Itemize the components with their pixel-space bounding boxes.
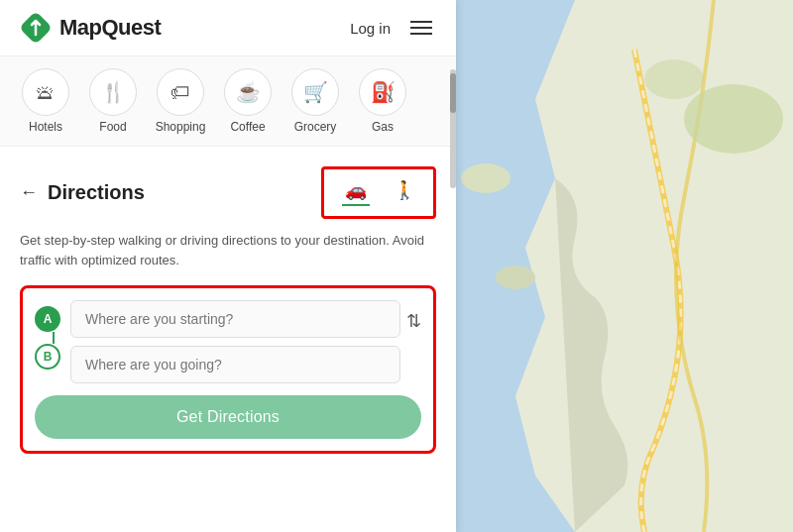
login-button[interactable]: Log in xyxy=(350,20,391,37)
hamburger-line-2 xyxy=(410,27,432,29)
category-shopping[interactable]: 🏷 Shopping xyxy=(151,68,210,134)
get-directions-button[interactable]: Get Directions xyxy=(35,395,421,439)
map-area[interactable] xyxy=(456,0,793,532)
gas-icon: ⛽ xyxy=(359,68,406,116)
category-food[interactable]: 🍴 Food xyxy=(83,68,143,134)
waypoint-a-marker: A xyxy=(35,306,60,332)
car-mode-button[interactable]: 🚗 xyxy=(332,175,380,210)
logo-area: MapQuest xyxy=(20,12,350,44)
hamburger-line-1 xyxy=(410,21,432,23)
directions-header: ← Directions 🚗 🚶 xyxy=(20,166,436,219)
hamburger-line-3 xyxy=(410,33,432,35)
category-hotels[interactable]: 🛎 Hotels xyxy=(16,68,75,134)
shopping-label: Shopping xyxy=(156,120,206,134)
svg-point-4 xyxy=(461,163,510,193)
directions-description: Get step-by-step walking or driving dire… xyxy=(20,231,436,269)
shopping-icon: 🏷 xyxy=(157,68,204,116)
grocery-label: Grocery xyxy=(294,120,337,134)
route-connector xyxy=(53,332,55,344)
back-button[interactable]: ← xyxy=(20,182,38,203)
coffee-label: Coffee xyxy=(230,120,265,134)
waypoint-b-marker: B xyxy=(35,344,60,370)
food-label: Food xyxy=(99,120,126,134)
going-input[interactable] xyxy=(70,346,400,383)
car-mode-underline xyxy=(342,204,370,206)
coffee-icon: ☕ xyxy=(224,68,272,116)
scrollbar[interactable] xyxy=(450,69,456,188)
car-icon: 🚗 xyxy=(345,179,367,201)
hotels-icon: 🛎 xyxy=(22,68,69,116)
scrollbar-thumb xyxy=(450,73,456,113)
left-panel: MapQuest Log in 🛎 Hotels 🍴 Food 🏷 Shoppi… xyxy=(0,0,456,532)
svg-point-2 xyxy=(684,84,783,154)
header-actions: Log in xyxy=(350,17,436,39)
map-svg xyxy=(456,0,793,532)
svg-point-5 xyxy=(496,266,535,289)
walk-icon: 🚶 xyxy=(394,179,415,201)
starting-input[interactable] xyxy=(70,300,400,338)
directions-form: A B ⇅ Get Directions xyxy=(20,285,436,454)
mapquest-logo-icon xyxy=(20,12,52,44)
mode-buttons-wrapper: 🚗 🚶 xyxy=(321,166,436,219)
directions-title: Directions xyxy=(48,181,145,204)
category-gas[interactable]: ⛽ Gas xyxy=(353,68,412,134)
directions-section: ← Directions 🚗 🚶 Get step-by-step walkin… xyxy=(0,147,456,532)
logo-text: MapQuest xyxy=(59,15,161,41)
category-coffee[interactable]: ☕ Coffee xyxy=(218,68,278,134)
gas-label: Gas xyxy=(372,120,394,134)
hotels-label: Hotels xyxy=(29,120,62,134)
walk-mode-button[interactable]: 🚶 xyxy=(384,175,425,210)
grocery-icon: 🛒 xyxy=(291,68,339,116)
mode-buttons-container: 🚗 🚶 xyxy=(321,166,436,219)
menu-button[interactable] xyxy=(406,17,436,39)
food-icon: 🍴 xyxy=(89,68,137,116)
directions-title-row: ← Directions xyxy=(20,181,145,204)
category-grocery[interactable]: 🛒 Grocery xyxy=(285,68,345,134)
swap-button[interactable]: ⇅ xyxy=(406,310,421,332)
category-bar: 🛎 Hotels 🍴 Food 🏷 Shopping ☕ Coffee 🛒 Gr… xyxy=(0,56,456,147)
header: MapQuest Log in xyxy=(0,0,456,56)
svg-point-3 xyxy=(644,59,704,99)
